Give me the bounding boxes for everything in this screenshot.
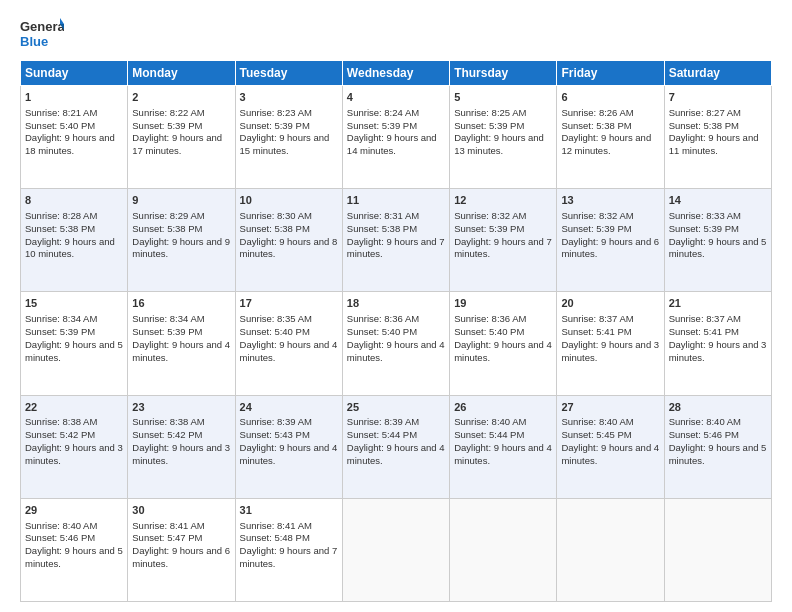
calendar-cell: 24 Sunrise: 8:39 AM Sunset: 5:43 PM Dayl… xyxy=(235,395,342,498)
sunrise-label: Sunrise: 8:34 AM xyxy=(132,313,204,324)
sunset-label: Sunset: 5:44 PM xyxy=(454,429,524,440)
sunrise-label: Sunrise: 8:40 AM xyxy=(561,416,633,427)
calendar-cell: 12 Sunrise: 8:32 AM Sunset: 5:39 PM Dayl… xyxy=(450,189,557,292)
sunrise-label: Sunrise: 8:38 AM xyxy=(25,416,97,427)
sunset-label: Sunset: 5:40 PM xyxy=(25,120,95,131)
daylight-label: Daylight: 9 hours and 4 minutes. xyxy=(240,442,338,466)
sunrise-label: Sunrise: 8:21 AM xyxy=(25,107,97,118)
calendar-cell: 13 Sunrise: 8:32 AM Sunset: 5:39 PM Dayl… xyxy=(557,189,664,292)
day-number: 27 xyxy=(561,400,659,415)
calendar-cell: 19 Sunrise: 8:36 AM Sunset: 5:40 PM Dayl… xyxy=(450,292,557,395)
sunset-label: Sunset: 5:48 PM xyxy=(240,532,310,543)
day-number: 31 xyxy=(240,503,338,518)
daylight-label: Daylight: 9 hours and 11 minutes. xyxy=(669,132,759,156)
calendar-cell xyxy=(664,498,771,601)
day-number: 18 xyxy=(347,296,445,311)
sunset-label: Sunset: 5:39 PM xyxy=(561,223,631,234)
weekday-header: Wednesday xyxy=(342,61,449,86)
sunset-label: Sunset: 5:40 PM xyxy=(454,326,524,337)
daylight-label: Daylight: 9 hours and 12 minutes. xyxy=(561,132,651,156)
calendar-cell: 30 Sunrise: 8:41 AM Sunset: 5:47 PM Dayl… xyxy=(128,498,235,601)
sunset-label: Sunset: 5:39 PM xyxy=(347,120,417,131)
weekday-header: Sunday xyxy=(21,61,128,86)
logo-svg: General Blue xyxy=(20,16,64,52)
weekday-header: Tuesday xyxy=(235,61,342,86)
calendar-cell: 14 Sunrise: 8:33 AM Sunset: 5:39 PM Dayl… xyxy=(664,189,771,292)
sunset-label: Sunset: 5:46 PM xyxy=(25,532,95,543)
calendar-cell: 6 Sunrise: 8:26 AM Sunset: 5:38 PM Dayli… xyxy=(557,86,664,189)
calendar-cell: 18 Sunrise: 8:36 AM Sunset: 5:40 PM Dayl… xyxy=(342,292,449,395)
svg-text:Blue: Blue xyxy=(20,34,48,49)
weekday-header: Saturday xyxy=(664,61,771,86)
calendar-cell: 27 Sunrise: 8:40 AM Sunset: 5:45 PM Dayl… xyxy=(557,395,664,498)
day-number: 2 xyxy=(132,90,230,105)
sunrise-label: Sunrise: 8:31 AM xyxy=(347,210,419,221)
calendar-cell: 16 Sunrise: 8:34 AM Sunset: 5:39 PM Dayl… xyxy=(128,292,235,395)
day-number: 10 xyxy=(240,193,338,208)
sunrise-label: Sunrise: 8:39 AM xyxy=(240,416,312,427)
sunrise-label: Sunrise: 8:40 AM xyxy=(454,416,526,427)
sunrise-label: Sunrise: 8:23 AM xyxy=(240,107,312,118)
sunset-label: Sunset: 5:39 PM xyxy=(132,120,202,131)
sunset-label: Sunset: 5:39 PM xyxy=(132,326,202,337)
sunrise-label: Sunrise: 8:32 AM xyxy=(561,210,633,221)
sunrise-label: Sunrise: 8:37 AM xyxy=(669,313,741,324)
calendar-cell: 15 Sunrise: 8:34 AM Sunset: 5:39 PM Dayl… xyxy=(21,292,128,395)
calendar-cell xyxy=(450,498,557,601)
sunrise-label: Sunrise: 8:38 AM xyxy=(132,416,204,427)
daylight-label: Daylight: 9 hours and 6 minutes. xyxy=(561,236,659,260)
calendar-cell: 25 Sunrise: 8:39 AM Sunset: 5:44 PM Dayl… xyxy=(342,395,449,498)
day-number: 7 xyxy=(669,90,767,105)
daylight-label: Daylight: 9 hours and 10 minutes. xyxy=(25,236,115,260)
daylight-label: Daylight: 9 hours and 4 minutes. xyxy=(561,442,659,466)
day-number: 25 xyxy=(347,400,445,415)
day-number: 22 xyxy=(25,400,123,415)
calendar-cell: 31 Sunrise: 8:41 AM Sunset: 5:48 PM Dayl… xyxy=(235,498,342,601)
calendar-cell: 17 Sunrise: 8:35 AM Sunset: 5:40 PM Dayl… xyxy=(235,292,342,395)
page: General Blue SundayMondayTuesdayWednesda… xyxy=(0,0,792,612)
sunset-label: Sunset: 5:39 PM xyxy=(454,120,524,131)
sunset-label: Sunset: 5:40 PM xyxy=(347,326,417,337)
sunrise-label: Sunrise: 8:28 AM xyxy=(25,210,97,221)
sunset-label: Sunset: 5:46 PM xyxy=(669,429,739,440)
header: General Blue xyxy=(20,16,772,52)
daylight-label: Daylight: 9 hours and 4 minutes. xyxy=(347,442,445,466)
day-number: 15 xyxy=(25,296,123,311)
daylight-label: Daylight: 9 hours and 9 minutes. xyxy=(132,236,230,260)
daylight-label: Daylight: 9 hours and 6 minutes. xyxy=(132,545,230,569)
daylight-label: Daylight: 9 hours and 5 minutes. xyxy=(669,442,767,466)
sunrise-label: Sunrise: 8:41 AM xyxy=(240,520,312,531)
day-number: 4 xyxy=(347,90,445,105)
daylight-label: Daylight: 9 hours and 15 minutes. xyxy=(240,132,330,156)
sunrise-label: Sunrise: 8:32 AM xyxy=(454,210,526,221)
calendar-cell: 7 Sunrise: 8:27 AM Sunset: 5:38 PM Dayli… xyxy=(664,86,771,189)
calendar-cell xyxy=(342,498,449,601)
calendar-cell: 21 Sunrise: 8:37 AM Sunset: 5:41 PM Dayl… xyxy=(664,292,771,395)
calendar-cell: 9 Sunrise: 8:29 AM Sunset: 5:38 PM Dayli… xyxy=(128,189,235,292)
daylight-label: Daylight: 9 hours and 3 minutes. xyxy=(669,339,767,363)
sunrise-label: Sunrise: 8:40 AM xyxy=(669,416,741,427)
logo: General Blue xyxy=(20,16,64,52)
sunrise-label: Sunrise: 8:37 AM xyxy=(561,313,633,324)
calendar-cell: 29 Sunrise: 8:40 AM Sunset: 5:46 PM Dayl… xyxy=(21,498,128,601)
calendar-cell: 23 Sunrise: 8:38 AM Sunset: 5:42 PM Dayl… xyxy=(128,395,235,498)
daylight-label: Daylight: 9 hours and 5 minutes. xyxy=(25,339,123,363)
sunset-label: Sunset: 5:41 PM xyxy=(669,326,739,337)
daylight-label: Daylight: 9 hours and 14 minutes. xyxy=(347,132,437,156)
calendar-cell xyxy=(557,498,664,601)
sunset-label: Sunset: 5:38 PM xyxy=(669,120,739,131)
sunrise-label: Sunrise: 8:36 AM xyxy=(454,313,526,324)
sunset-label: Sunset: 5:45 PM xyxy=(561,429,631,440)
daylight-label: Daylight: 9 hours and 4 minutes. xyxy=(347,339,445,363)
day-number: 1 xyxy=(25,90,123,105)
sunrise-label: Sunrise: 8:22 AM xyxy=(132,107,204,118)
calendar-cell: 1 Sunrise: 8:21 AM Sunset: 5:40 PM Dayli… xyxy=(21,86,128,189)
sunset-label: Sunset: 5:42 PM xyxy=(132,429,202,440)
day-number: 23 xyxy=(132,400,230,415)
day-number: 9 xyxy=(132,193,230,208)
sunset-label: Sunset: 5:41 PM xyxy=(561,326,631,337)
calendar-cell: 11 Sunrise: 8:31 AM Sunset: 5:38 PM Dayl… xyxy=(342,189,449,292)
calendar-cell: 28 Sunrise: 8:40 AM Sunset: 5:46 PM Dayl… xyxy=(664,395,771,498)
daylight-label: Daylight: 9 hours and 7 minutes. xyxy=(347,236,445,260)
sunrise-label: Sunrise: 8:39 AM xyxy=(347,416,419,427)
